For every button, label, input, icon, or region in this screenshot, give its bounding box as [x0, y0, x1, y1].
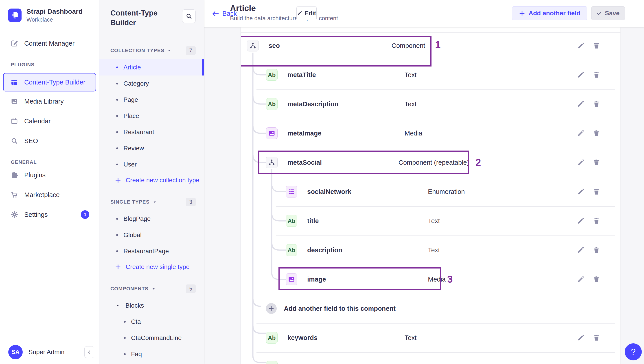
sidebar-item-settings[interactable]: Settings1 [0, 205, 99, 225]
text-field-icon: Ab [266, 69, 278, 81]
field-name: seo [268, 42, 280, 49]
sidebar-item-article[interactable]: Article [100, 59, 204, 76]
field-type: Component [392, 42, 425, 49]
workspace-brand[interactable]: Strapi Dashboard Workplace [0, 0, 99, 23]
group-header-collection-types[interactable]: COLLECTION TYPES7 [110, 46, 196, 55]
delete-field-button[interactable] [592, 158, 601, 167]
edit-field-button[interactable] [576, 188, 585, 196]
edit-field-button[interactable] [576, 217, 585, 225]
create-new-create-new-single-type-link[interactable]: Create new single type [100, 259, 204, 275]
sidebar-item-review[interactable]: Review [100, 140, 204, 156]
sidebar-item-media-library[interactable]: Media Library [0, 91, 99, 111]
sidebar-item-place[interactable]: Place [100, 108, 204, 124]
delete-field-button[interactable] [592, 100, 601, 108]
sidebar-item-cta[interactable]: Cta [100, 314, 204, 330]
save-button[interactable]: Save [591, 6, 625, 20]
delete-field-button[interactable] [592, 41, 601, 50]
check-icon [597, 11, 602, 16]
text-field-icon: Ab [286, 244, 297, 256]
enumeration-field-icon [286, 186, 297, 198]
bullet-icon [116, 83, 118, 84]
group-items: BlocksCtaCtaCommandLineFaqFeatures [100, 297, 204, 364]
pencil-icon [577, 159, 584, 166]
edit-field-button[interactable] [576, 158, 585, 167]
pencil-icon [577, 130, 584, 137]
sidebar-item-label: Plugins [24, 171, 46, 179]
sidebar-item-label: Faq [131, 350, 142, 358]
component-category-blocks[interactable]: Blocks [100, 297, 204, 314]
sidebar-item-label: Marketplace [24, 191, 60, 199]
sidebar-item-ctacommandline[interactable]: CtaCommandLine [100, 330, 204, 346]
delete-field-button[interactable] [592, 363, 601, 364]
sidebar-item-global[interactable]: Global [100, 227, 204, 243]
sidebar-item-category[interactable]: Category [100, 76, 204, 92]
notification-badge: 1 [81, 210, 89, 219]
group-count-badge: 7 [186, 46, 196, 55]
sidebar-item-marketplace[interactable]: Marketplace [0, 185, 99, 205]
save-label: Save [605, 10, 620, 17]
edit-field-button[interactable] [576, 333, 585, 342]
delete-field-button[interactable] [592, 246, 601, 254]
field-row-socialnetwork: socialNetworkEnumeration [241, 177, 620, 206]
sidebar-item-label: BlogPage [124, 215, 150, 223]
search-button[interactable] [182, 10, 196, 23]
fields-content: seoComponent1AbmetaTitleTextAbmetaDescri… [204, 27, 644, 364]
field-type: Media [404, 130, 422, 137]
sidebar-item-features[interactable]: Features [100, 362, 204, 364]
edit-field-button[interactable] [576, 100, 585, 108]
delete-field-button[interactable] [592, 188, 601, 196]
write-icon [11, 40, 18, 47]
plus-icon [519, 10, 525, 17]
group-header-components[interactable]: COMPONENTS5 [110, 284, 196, 293]
action-label: Create new collection type [126, 176, 199, 184]
sidebar-item-page[interactable]: Page [100, 92, 204, 108]
add-another-field-button[interactable]: Add another field [512, 6, 587, 20]
field-type: Enumeration [428, 188, 465, 196]
sidebar-item-label: Category [124, 80, 149, 87]
delete-field-button[interactable] [592, 217, 601, 225]
edit-field-button[interactable] [576, 129, 585, 137]
group-count-badge: 3 [186, 198, 196, 206]
collapse-sidebar-button[interactable] [84, 346, 94, 358]
sidebar-item-calendar[interactable]: Calendar [0, 111, 99, 131]
content-type-builder-sidebar: Content-Type Builder COLLECTION TYPES7Ar… [100, 0, 204, 364]
cart-icon [11, 191, 18, 199]
sidebar-item-restaurantpage[interactable]: RestaurantPage [100, 243, 204, 259]
field-type: Text [428, 247, 440, 254]
sidebar-item-seo[interactable]: SEO [0, 131, 99, 151]
workspace-name: Workplace [26, 17, 82, 23]
sidebar-item-label: Content Manager [24, 40, 74, 47]
sidebar-item-blogpage[interactable]: BlogPage [100, 211, 204, 227]
search-icon [186, 13, 192, 19]
sidebar-item-faq[interactable]: Faq [100, 346, 204, 362]
component-field-icon [247, 40, 259, 52]
sidebar-item-user[interactable]: User [100, 156, 204, 172]
delete-field-button[interactable] [592, 275, 601, 284]
add-field-row: Add another field to this component [241, 294, 620, 323]
sidebar-item-content-type-builder[interactable]: Content-Type Builder [3, 73, 96, 91]
edit-field-button[interactable] [576, 246, 585, 254]
sidebar-item-label: Cta [131, 318, 141, 325]
sidebar-item-plugins[interactable]: Plugins [0, 165, 99, 185]
add-another-field-label: Add another field [529, 10, 580, 17]
edit-button[interactable]: Edit [296, 6, 316, 20]
help-button[interactable]: ? [625, 343, 642, 360]
create-new-create-new-collection-type-link[interactable]: Create new collection type [100, 172, 204, 188]
delete-field-button[interactable] [592, 129, 601, 137]
group-header-single-types[interactable]: SINGLE TYPES3 [110, 198, 196, 206]
edit-field-button[interactable] [576, 41, 585, 50]
trash-icon [593, 217, 600, 225]
edit-field-button[interactable] [576, 275, 585, 284]
sidebar-item-restaurant[interactable]: Restaurant [100, 124, 204, 140]
add-field-to-component-button[interactable] [266, 303, 277, 314]
delete-field-button[interactable] [592, 71, 601, 79]
edit-field-button[interactable] [576, 71, 585, 79]
trash-icon [593, 276, 600, 283]
help-label: ? [631, 347, 636, 357]
avatar[interactable]: SA [8, 345, 23, 359]
edit-field-button[interactable] [576, 363, 585, 364]
sidebar-item-content-manager[interactable]: Content Manager [0, 34, 99, 53]
media-field-icon [286, 273, 297, 285]
delete-field-button[interactable] [592, 333, 601, 342]
trash-icon [593, 247, 600, 254]
